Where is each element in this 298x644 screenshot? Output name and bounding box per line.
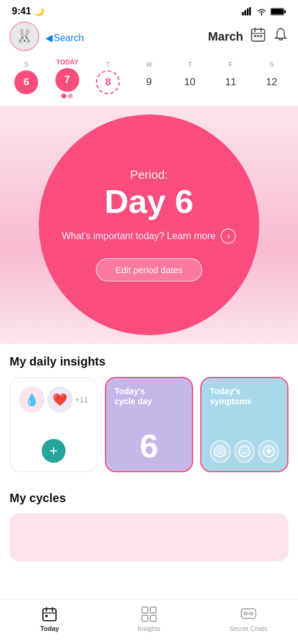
circle-subtitle: What's important today? Learn more › (44, 228, 254, 244)
day-label-f: F (229, 61, 233, 68)
svg-rect-26 (142, 607, 148, 613)
secret-chats-icon (240, 606, 257, 623)
nav-today-label: Today (41, 625, 60, 632)
header-right: March (208, 27, 288, 46)
heart-dot-light (68, 94, 73, 98)
symptoms-card[interactable]: Today's symptoms (200, 377, 288, 472)
day-circle-9[interactable]: 9 (137, 70, 161, 94)
week-day-9[interactable]: W 9 (134, 61, 164, 96)
svg-rect-0 (242, 12, 244, 16)
symptoms-card-title: Today's symptoms (210, 386, 279, 407)
svg-rect-25 (45, 615, 48, 617)
nav-secret-chats-label: Secret Chats (229, 625, 268, 632)
insights-icon (141, 606, 157, 623)
avatar[interactable]: 🐰 (10, 21, 39, 51)
week-day-10[interactable]: T 10 (175, 61, 206, 96)
avatar-emoji: 🐰 (15, 28, 33, 45)
symptom-icon-3 (258, 440, 279, 463)
bottom-nav: Today Insights Secret Chats (0, 599, 298, 644)
heart-dots-7 (61, 94, 73, 98)
svg-rect-27 (150, 607, 156, 613)
svg-point-17 (239, 446, 250, 457)
svg-point-19 (246, 450, 247, 451)
calendar-icon (250, 27, 266, 42)
heart-dot-red (61, 94, 66, 98)
nav-secret-chats[interactable]: Secret Chats (198, 606, 298, 632)
add-log-button[interactable]: + (42, 439, 66, 463)
cycle-card-title: Today's cycle day (114, 386, 184, 407)
svg-rect-11 (254, 35, 256, 37)
day-label-today: TODAY (56, 58, 78, 66)
plus-count: +11 (75, 395, 88, 404)
day-label-t2: T (188, 61, 192, 68)
avatar-notification (32, 21, 39, 29)
day-label-s1: S (24, 61, 29, 68)
status-time: 9:41 (12, 6, 31, 17)
my-cycles-section: My cycles (0, 481, 298, 566)
week-day-12[interactable]: S 12 (256, 61, 287, 96)
svg-rect-28 (142, 615, 148, 621)
month-label: March (208, 30, 243, 44)
log-icon-heart: ❤️ (47, 386, 73, 413)
svg-rect-29 (150, 615, 156, 621)
day-label-w: W (146, 61, 152, 68)
nav-insights[interactable]: Insights (100, 606, 199, 632)
cycle-day-number: 6 (114, 429, 184, 463)
svg-rect-21 (43, 609, 56, 621)
day-circle-7[interactable]: 7 (55, 68, 79, 92)
nav-insights-label: Insights (138, 625, 160, 632)
my-cycles-title: My cycles (10, 491, 288, 505)
svg-rect-1 (244, 10, 246, 16)
log-icon-blood: 💧 (19, 386, 45, 413)
big-circle: Period: Day 6 What's important today? Le… (39, 114, 259, 335)
svg-point-31 (244, 612, 247, 615)
bottom-nav-wrapper: Today Insights Secret Chats (0, 632, 298, 644)
week-day-7[interactable]: TODAY 7 (52, 58, 83, 98)
big-circle-area: Period: Day 6 What's important today? Le… (0, 106, 298, 344)
day-label-s2: S (269, 61, 274, 68)
learn-more-arrow-icon[interactable]: › (221, 228, 236, 244)
signal-icon (242, 7, 253, 16)
calendar-button[interactable] (250, 27, 266, 46)
day-circle-8[interactable]: 8 (96, 70, 120, 94)
day-circle-12[interactable]: 12 (260, 70, 284, 94)
nav-today[interactable]: Today (0, 606, 100, 632)
cycle-day-card[interactable]: Today's cycle day 6 (105, 377, 193, 472)
plus-icon: + (49, 442, 58, 459)
cycles-preview (10, 513, 288, 561)
day-big: Day 6 (104, 183, 193, 220)
svg-rect-6 (284, 10, 286, 13)
daily-insights-section: My daily insights 💧 ❤️ +11 + Today's cyc… (0, 344, 298, 481)
calendar-nav-icon (41, 606, 58, 623)
search-label: Search (54, 32, 84, 43)
back-search-button[interactable]: ◀ Search (45, 32, 84, 44)
day-circle-10[interactable]: 10 (178, 70, 202, 94)
week-day-8[interactable]: T 8 (92, 61, 123, 96)
bell-button[interactable] (273, 27, 288, 46)
svg-point-18 (242, 450, 243, 451)
svg-rect-12 (257, 35, 259, 37)
wifi-icon (256, 7, 267, 16)
svg-rect-5 (271, 9, 283, 14)
svg-rect-3 (249, 7, 251, 16)
svg-rect-2 (247, 8, 249, 16)
svg-point-16 (219, 450, 221, 453)
week-calendar: S 6 TODAY 7 T 8 W 9 T 10 (0, 56, 298, 100)
day-circle-6[interactable]: 6 (14, 70, 38, 94)
status-icons (242, 7, 286, 16)
day-label-t1: T (106, 61, 110, 68)
edit-period-button[interactable]: Edit period dates (96, 258, 203, 281)
log-icons-row: 💧 ❤️ +11 (19, 386, 88, 413)
day-circle-11[interactable]: 11 (219, 70, 243, 94)
bell-icon (273, 27, 288, 42)
symptom-icon-2 (234, 440, 255, 463)
period-label: Period: (130, 168, 167, 182)
week-day-6[interactable]: S 6 (11, 61, 42, 96)
daily-insights-cards: 💧 ❤️ +11 + Today's cycle day 6 Today's s… (10, 377, 288, 476)
back-arrow-icon: ◀ (45, 32, 52, 44)
daily-insights-title: My daily insights (10, 355, 288, 369)
symptom-icons-row (210, 440, 279, 463)
status-bar: 9:41 🌙 (0, 0, 298, 19)
week-day-11[interactable]: F 11 (215, 61, 246, 96)
log-card: 💧 ❤️ +11 + (10, 377, 98, 472)
